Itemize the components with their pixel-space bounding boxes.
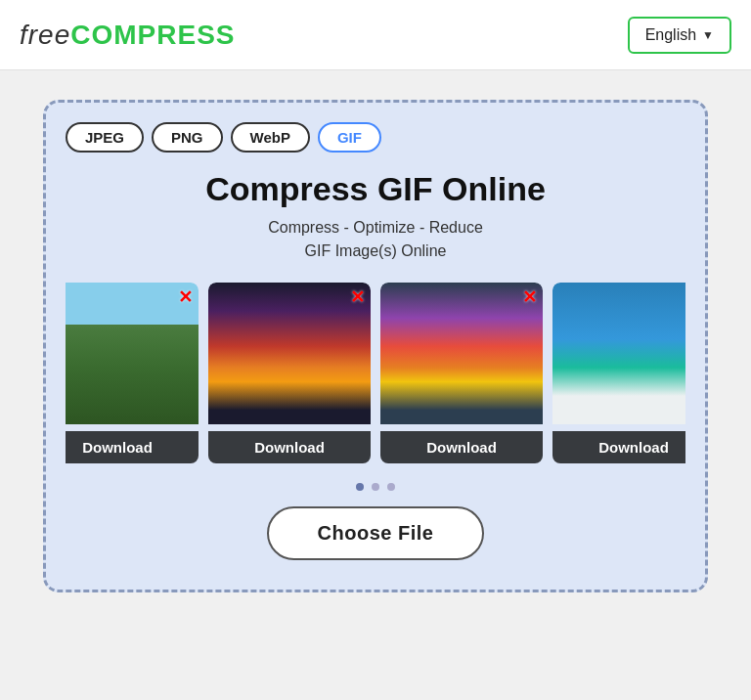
image-card-2: ✕ Download [208, 283, 371, 463]
logo-free: free [20, 20, 70, 50]
image-card-4: Download [552, 283, 685, 463]
pagination-dot-1[interactable] [356, 483, 364, 491]
subtitle-line1: Compress - Optimize - Reduce [268, 219, 483, 236]
chevron-down-icon: ▼ [702, 28, 714, 42]
tab-gif[interactable]: GIF [318, 122, 381, 153]
language-button[interactable]: English ▼ [628, 17, 731, 54]
download-button-4[interactable]: Download [552, 431, 685, 463]
title-section: Compress GIF Online Compress - Optimize … [66, 170, 685, 263]
image-card-3: ✕ Download [380, 283, 543, 463]
tab-png[interactable]: PNG [152, 122, 223, 153]
logo-compress: COMPRESS [70, 20, 235, 50]
download-button-3[interactable]: Download [380, 431, 543, 463]
download-button-1[interactable]: Download [66, 431, 199, 463]
image-preview-4 [552, 283, 685, 424]
header: freeCOMPRESS English ▼ [0, 0, 751, 70]
image-preview-2 [208, 283, 371, 424]
language-label: English [645, 26, 696, 44]
choose-file-wrapper: Choose File [66, 506, 685, 560]
tab-webp[interactable]: WebP [231, 122, 310, 153]
image-preview-row: ✕ Download ✕ Download ✕ Download Downloa… [66, 283, 685, 463]
pagination-dot-2[interactable] [372, 483, 379, 491]
close-button-1[interactable]: ✕ [178, 288, 193, 306]
pagination-dots [66, 483, 685, 491]
pagination-dot-3[interactable] [387, 483, 395, 491]
image-preview-3 [380, 283, 543, 424]
logo: freeCOMPRESS [20, 20, 236, 51]
close-button-2[interactable]: ✕ [350, 288, 365, 306]
subtitle: Compress - Optimize - Reduce GIF Image(s… [66, 216, 685, 263]
choose-file-button[interactable]: Choose File [267, 506, 485, 560]
tab-jpeg[interactable]: JPEG [66, 122, 144, 153]
compress-card: JPEG PNG WebP GIF Compress GIF Online Co… [43, 100, 708, 592]
download-button-2[interactable]: Download [208, 431, 371, 463]
subtitle-line2: GIF Image(s) Online [305, 242, 447, 259]
page-title: Compress GIF Online [66, 170, 685, 208]
main-content: JPEG PNG WebP GIF Compress GIF Online Co… [0, 70, 751, 622]
format-tabs: JPEG PNG WebP GIF [66, 122, 685, 153]
close-button-3[interactable]: ✕ [522, 288, 537, 306]
image-card-1: ✕ Download [66, 283, 199, 463]
